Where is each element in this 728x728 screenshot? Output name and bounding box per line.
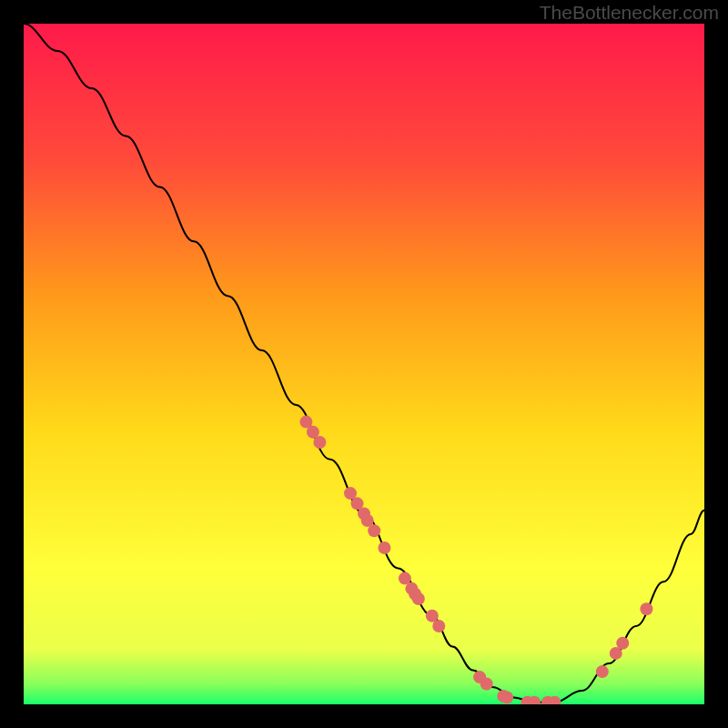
data-marker	[313, 436, 326, 449]
gradient-bg	[24, 24, 704, 704]
plot-area	[24, 24, 704, 704]
data-marker	[480, 678, 493, 691]
data-marker	[432, 620, 445, 632]
data-marker	[596, 665, 609, 678]
data-marker	[616, 637, 629, 650]
data-marker	[412, 592, 425, 605]
data-marker	[500, 692, 513, 704]
data-marker	[640, 602, 652, 615]
chart-svg	[24, 24, 704, 704]
data-marker	[368, 524, 380, 537]
data-marker	[378, 541, 390, 554]
watermark-text: TheBottlenecker.com	[540, 2, 719, 24]
